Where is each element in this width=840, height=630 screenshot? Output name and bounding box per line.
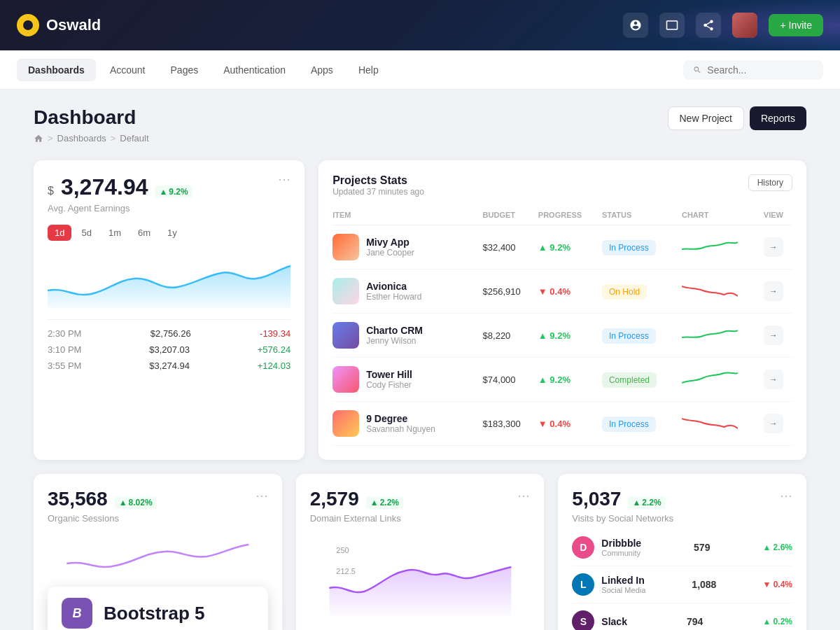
sparkline-chart: [682, 235, 738, 256]
project-icon: [332, 234, 359, 260]
projects-subtitle: Updated 37 minutes ago: [332, 187, 424, 197]
earnings-row-0: 2:30 PM $2,756.26 -139.34: [48, 328, 290, 339]
breadcrumb-dashboards: Dashboards: [57, 133, 106, 144]
social-label: Visits by Social Networks: [572, 513, 673, 524]
change-badge: ▲ 9.2%: [155, 186, 192, 198]
social-count: 579: [694, 542, 710, 553]
social-row: S Slack 794 ▲ 0.2%: [572, 603, 792, 630]
social-value: 5,037: [572, 488, 621, 510]
page-header: Dashboard > Dashboards > Default New Pro…: [34, 106, 806, 144]
svg-text:212.5: 212.5: [336, 567, 356, 575]
amount-value: 3,274.94: [61, 174, 148, 200]
social-more-icon[interactable]: ⋯: [780, 488, 792, 503]
time-btn-6m[interactable]: 6m: [131, 225, 158, 241]
col-chart: CHART: [682, 205, 764, 225]
topbar-mask-icon[interactable]: [623, 13, 648, 38]
project-progress: ▲ 9.2%: [538, 242, 570, 253]
nav-pages[interactable]: Pages: [160, 59, 210, 81]
user-avatar[interactable]: [732, 13, 757, 38]
status-badge: In Process: [602, 416, 656, 432]
social-info: L Linked In Social Media: [572, 573, 645, 596]
project-name: Tower Hill: [366, 369, 412, 380]
bootstrap-overlay: B Bootstrap 5: [48, 587, 268, 630]
search-input[interactable]: [707, 64, 813, 76]
social-change-badge: ▲ 2.6%: [762, 542, 792, 552]
domain-value: 2,579: [310, 488, 359, 510]
currency-symbol: $: [48, 185, 54, 197]
project-budget: $8,220: [483, 330, 511, 341]
project-item: Avionica Esther Howard: [332, 278, 482, 304]
project-item: 9 Degree Savannah Nguyen: [332, 410, 482, 437]
time-btn-1d[interactable]: 1d: [48, 225, 71, 241]
logo: Oswald: [17, 14, 101, 36]
domain-links-card: 2,579 ▲ 2.2% Domain External Links ⋯: [296, 474, 545, 630]
domain-more-icon[interactable]: ⋯: [517, 488, 530, 503]
organic-header: 35,568 ▲ 8.02% Organic Sessions ⋯: [48, 488, 268, 524]
earnings-row-2: 3:55 PM $3,274.94 +124.03: [48, 360, 290, 371]
social-network-type: Social Media: [601, 586, 645, 594]
nav-help[interactable]: Help: [347, 59, 390, 81]
nav-apps[interactable]: Apps: [300, 59, 344, 81]
project-name: Mivy App: [366, 237, 414, 248]
view-arrow-button[interactable]: →: [764, 370, 783, 389]
project-item: Mivy App Jane Cooper: [332, 234, 482, 260]
more-icon[interactable]: ⋯: [278, 172, 290, 187]
view-arrow-button[interactable]: →: [764, 326, 783, 345]
social-change-badge: ▲ 0.2%: [762, 617, 792, 626]
project-name: Charto CRM: [366, 325, 423, 336]
breadcrumb: > Dashboards > Default: [34, 133, 149, 144]
history-button[interactable]: History: [748, 174, 792, 191]
time-btn-1m[interactable]: 1m: [102, 225, 128, 241]
topbar-screen-icon[interactable]: [659, 13, 685, 38]
logo-inner: [23, 20, 33, 30]
status-badge: Completed: [602, 372, 657, 388]
project-person: Jenny Wilson: [366, 336, 423, 346]
topbar-actions: + Invite: [623, 13, 823, 38]
nav-account[interactable]: Account: [99, 59, 157, 81]
home-icon: [34, 134, 43, 144]
organic-change: ▲ 8.02%: [115, 496, 157, 509]
page-header-buttons: New Project Reports: [668, 106, 807, 130]
top-cards-row: $ 3,274.94 ▲ 9.2% Avg. Agent Earnings ⋯ …: [34, 160, 806, 460]
new-project-button[interactable]: New Project: [668, 106, 744, 130]
organic-more-icon[interactable]: ⋯: [255, 488, 268, 503]
view-arrow-button[interactable]: →: [764, 414, 783, 433]
col-progress: PROGRESS: [538, 205, 602, 225]
time-btn-5d[interactable]: 5d: [74, 225, 98, 241]
project-person: Esther Howard: [366, 292, 421, 302]
view-arrow-button[interactable]: →: [764, 237, 783, 257]
social-network-name: Slack: [601, 616, 627, 627]
project-budget: $74,000: [483, 374, 516, 385]
project-progress: ▼ 0.4%: [538, 286, 570, 297]
domain-title-area: 2,579 ▲ 2.2% Domain External Links: [310, 488, 403, 524]
domain-change: ▲ 2.2%: [366, 496, 403, 509]
social-count: 794: [687, 616, 703, 627]
social-change-badge: ▼ 0.4%: [762, 580, 792, 589]
nav-authentication[interactable]: Authentication: [212, 59, 297, 81]
project-person: Cody Fisher: [366, 380, 412, 390]
social-info: D Dribbble Community: [572, 536, 641, 559]
projects-header: Projects Stats Updated 37 minutes ago Hi…: [332, 174, 792, 197]
breadcrumb-default: Default: [120, 133, 148, 144]
social-network-icon: S: [572, 610, 594, 630]
bootstrap-label: Bootstrap 5: [104, 603, 204, 624]
domain-header: 2,579 ▲ 2.2% Domain External Links ⋯: [310, 488, 531, 524]
earnings-amount-row: $ 3,274.94 ▲ 9.2%: [48, 174, 192, 200]
reports-button[interactable]: Reports: [750, 106, 806, 130]
nav-dashboards[interactable]: Dashboards: [17, 59, 96, 81]
time-btn-1y[interactable]: 1y: [160, 225, 184, 241]
view-arrow-button[interactable]: →: [764, 281, 783, 301]
status-badge: On Hold: [602, 284, 647, 300]
svg-text:250: 250: [336, 546, 349, 554]
invite-button[interactable]: + Invite: [769, 14, 823, 36]
table-row: Mivy App Jane Cooper $32,400 ▲ 9.2% In P…: [332, 225, 792, 270]
table-row: Tower Hill Cody Fisher $74,000 ▲ 9.2% Co…: [332, 358, 792, 402]
topbar-share-icon[interactable]: [696, 13, 721, 38]
search-icon: [693, 65, 701, 75]
social-network-name: Linked In: [601, 575, 645, 586]
social-row: D Dribbble Community 579 ▲ 2.6%: [572, 529, 792, 566]
sparkline-chart: [682, 279, 738, 300]
status-badge: In Process: [602, 328, 656, 344]
project-person: Jane Cooper: [366, 248, 414, 258]
project-progress: ▲ 9.2%: [538, 330, 570, 341]
